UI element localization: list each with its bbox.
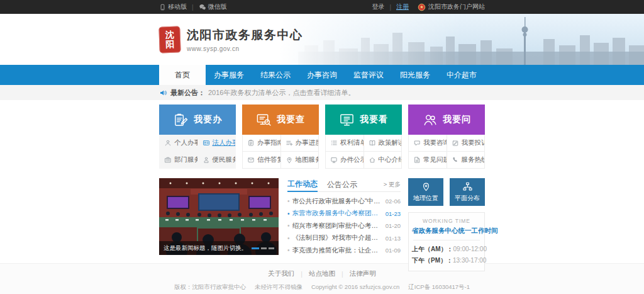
seal-text-bottom: 阳 [165,39,175,48]
news-tab-2[interactable]: 公告公示 [327,178,357,192]
footer-link[interactable]: 法律声明 [350,269,376,278]
service-link[interactable]: 中心介绍 [364,152,402,168]
service-header-button[interactable]: 我要问 [408,105,485,135]
nav-tab-5[interactable]: 监督评议 [345,65,392,85]
news-tab-1[interactable]: 工作动态 [287,178,318,192]
announcement-link[interactable]: 2016年政务权力清单公示，点击查看详细清单。 [208,88,355,98]
news-more-link[interactable]: > 更多 [384,181,401,189]
mobile-version-link[interactable]: 移动版 [159,3,187,11]
site-title: 沈阳市政务服务中心 [187,27,303,43]
service-link-label: 部门服务 [174,155,197,164]
carousel-dot[interactable] [269,247,274,249]
page-footer: 关于我们|站点地图|法律声明 版权：沈阳市行政审批中心未经许可不得镜像Copyr… [0,263,644,294]
nav-tab-2[interactable]: 办事服务 [206,65,252,85]
service-header-button[interactable]: 我要查 [242,105,319,135]
service-column: 我要查办事指南办事进度信件答复地图服务 [242,105,319,169]
working-time-box: WORKING TIME 省政务服务中心统一工作时间 上午（AM）：09:00-… [408,212,485,271]
copyright-text: 辽ICP备 16030417号-1 [408,283,470,291]
news-item-link[interactable]: 绍兴市考察团到审批中心考察学习 [292,222,382,230]
nav-tab-1[interactable]: 首页 [159,65,206,85]
service-link[interactable]: 法人办事 [198,135,236,151]
monitor-view-icon [339,112,355,128]
service-link[interactable]: 我要投诉 [447,135,485,151]
nav-tab-6[interactable]: 阳光服务 [392,65,438,85]
service-link[interactable]: 办事进度 [281,135,319,151]
announcement-bar: 最新公告： 2016年政务权力清单公示，点击查看详细清单。 [0,85,644,100]
service-link[interactable]: 部门服务 [160,152,197,168]
portal-link[interactable]: 沈阳市政务门户网站 [428,3,485,11]
nav-tab-7[interactable]: 中介超市 [438,65,485,85]
service-link[interactable]: 办事指南 [243,135,280,151]
button-label: 平面分布 [455,194,480,203]
divider: | [389,4,391,11]
footer-link[interactable]: 站点地图 [309,269,335,278]
clipboard-edit-icon [173,112,189,128]
nav-tabs: 首页办事服务结果公示办事咨询监督评议阳光服务中介超市 [159,65,485,85]
national-emblem-icon [418,3,426,11]
service-link[interactable]: 便民服务 [198,152,236,168]
phone-icon [159,4,166,11]
carousel-dot[interactable] [252,247,259,249]
news-item-date: 02-06 [386,198,401,205]
book-icon [369,139,376,147]
service-link-label: 办事指南 [257,139,280,147]
service-link-label: 我要投诉 [462,139,485,147]
am-time: 09:00-12:00 [453,246,487,252]
service-link-label: 个人办事 [174,139,197,147]
service-link[interactable]: 地图服务 [281,152,319,168]
working-time-title: 省政务服务中心统一工作时间 [412,227,481,235]
carousel-dot[interactable] [261,247,267,249]
service-header-button[interactable]: 我要办 [159,105,236,135]
main-content: 我要办个人办事法人办事部门服务便民服务我要查办事指南办事进度信件答复地图服务我要… [159,105,485,255]
sitemap-icon [462,181,473,192]
nav-tab-4[interactable]: 办事咨询 [299,65,345,85]
copyright-text: 版权：沈阳市行政审批中心 [174,283,246,291]
service-header-button[interactable]: 我要看 [325,105,402,135]
service-link-label: 权利清单 [340,139,364,147]
login-link[interactable]: 登录 [372,3,384,11]
service-link[interactable]: 个人办事 [160,135,197,151]
monitor-icon [330,156,338,164]
site-header: 沈 阳 沈阳市政务服务中心 www.sysp.gov.cn [0,14,644,65]
main-nav: 首页办事服务结果公示办事咨询监督评议阳光服务中介超市 [0,65,644,85]
wechat-icon [199,3,206,11]
site-url: www.sysp.gov.cn [187,45,303,52]
geo-location-button[interactable]: 地理位置 [408,178,443,206]
user2-icon [203,156,210,164]
news-item-link[interactable]: 李克强力推简化审批：让企业办证不用看 [292,246,382,255]
bullet-icon: • [287,222,290,229]
service-link[interactable]: 服务热线 [447,152,485,168]
news-item-link[interactable]: 《法制日报》对我市中介超市做法进行专访 [292,234,382,242]
register-link[interactable]: 注册 [396,3,409,11]
nav-tab-3[interactable]: 结果公示 [252,65,299,85]
news-carousel[interactable]: 这是最新闻标题，随图片切换。 [159,178,279,255]
news-item: •李克强力推简化审批：让企业办证不用看01-09 [287,244,401,257]
complaint-icon [452,139,459,147]
service-title: 我要办 [194,114,222,125]
carousel-dots [252,247,274,249]
service-link[interactable]: 办件公示 [326,152,364,168]
service-link-label: 中心介绍 [379,155,402,164]
hotline-icon [452,156,459,164]
mobile-version-label: 移动版 [168,3,187,11]
service-link[interactable]: 权利清单 [326,135,364,151]
service-link[interactable]: 我要咨询 [409,135,447,151]
service-link[interactable]: 常见问题 [409,152,447,168]
news-item-link[interactable]: 市公共行政审批服务中心“中介超市” [292,197,382,206]
carousel-caption-bar: 这是最新闻标题，随图片切换。 [159,241,279,255]
news-item-date: 01-09 [386,247,401,254]
service-link[interactable]: 政策解读 [364,135,402,151]
news-panel: 工作动态公告公示 > 更多 •市公共行政审批服务中心“中介超市”02-06•东营… [287,178,401,255]
news-item-link[interactable]: 东营市政务服务中心考察团到审批中心 [292,209,382,218]
service-link-label: 常见问题 [423,155,447,164]
service-link-label: 政策解读 [379,139,402,147]
copyright-text: 未经许可不得镜像 [255,283,303,291]
wechat-version-link[interactable]: 微信版 [199,3,227,11]
footer-link[interactable]: 关于我们 [268,269,294,278]
service-link[interactable]: 信件答复 [243,152,280,168]
progress-icon [286,139,293,147]
mail-icon [247,156,255,164]
floor-plan-button[interactable]: 平面分布 [450,178,485,206]
news-tabs: 工作动态公告公示 [287,178,367,192]
middle-row: 这是最新闻标题，随图片切换。 工作动态公告公示 > 更多 •市公共行政审批服务中… [159,178,485,255]
